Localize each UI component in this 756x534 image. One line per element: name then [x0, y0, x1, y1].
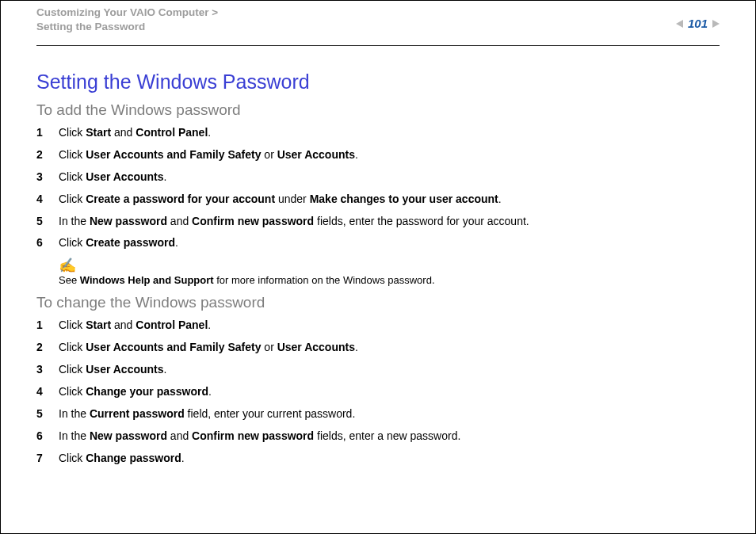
next-page-icon[interactable]: [712, 20, 720, 28]
step-text: Click Start and Control Panel.: [59, 318, 211, 333]
step-item: 4Click Change your password.: [36, 384, 720, 399]
step-text: In the Current password field, enter you…: [59, 406, 355, 421]
page-header: Customizing Your VAIO Computer > Setting…: [1, 1, 755, 51]
page-number: 101: [686, 17, 709, 30]
step-text: Click Change password.: [59, 451, 185, 466]
note-pre: See: [59, 274, 80, 286]
step-number: 6: [36, 235, 59, 250]
step-text: Click User Accounts.: [59, 170, 166, 185]
breadcrumb-line2: Setting the Password: [36, 21, 145, 32]
step-number: 2: [36, 147, 59, 162]
note-bold: Windows Help and Support: [80, 274, 214, 286]
note-block: ✍ See Windows Help and Support for more …: [59, 258, 720, 286]
page-number-nav: 101: [676, 17, 720, 30]
step-item: 1Click Start and Control Panel.: [36, 125, 720, 140]
breadcrumb: Customizing Your VAIO Computer > Setting…: [36, 6, 720, 34]
step-number: 3: [36, 170, 59, 185]
note-icon: ✍: [59, 258, 720, 273]
step-number: 5: [36, 214, 59, 229]
step-number: 4: [36, 384, 59, 399]
step-item: 4Click Create a password for your accoun…: [36, 192, 720, 207]
steps-list-add: 1Click Start and Control Panel.2Click Us…: [36, 125, 720, 250]
step-text: Click User Accounts and Family Safety or…: [59, 147, 358, 162]
step-text: Click Create password.: [59, 235, 178, 250]
prev-page-icon[interactable]: [676, 20, 683, 28]
step-item: 3Click User Accounts.: [36, 362, 720, 377]
page-title: Setting the Windows Password: [36, 71, 720, 93]
step-number: 3: [36, 362, 59, 377]
step-item: 2Click User Accounts and Family Safety o…: [36, 147, 720, 162]
header-rule: [36, 45, 720, 46]
section-heading-change: To change the Windows password: [36, 294, 720, 311]
step-text: Click Start and Control Panel.: [59, 125, 211, 140]
page-content: Setting the Windows Password To add the …: [1, 51, 755, 466]
document-page: Customizing Your VAIO Computer > Setting…: [0, 0, 756, 534]
step-item: 2Click User Accounts and Family Safety o…: [36, 340, 720, 355]
step-number: 5: [36, 406, 59, 421]
step-item: 5In the Current password field, enter yo…: [36, 406, 720, 421]
note-post: for more information on the Windows pass…: [214, 274, 435, 286]
steps-list-change: 1Click Start and Control Panel.2Click Us…: [36, 318, 720, 465]
step-number: 1: [36, 125, 59, 140]
step-number: 7: [36, 451, 59, 466]
step-text: Click User Accounts and Family Safety or…: [59, 340, 358, 355]
step-item: 5In the New password and Confirm new pas…: [36, 214, 720, 229]
step-item: 6In the New password and Confirm new pas…: [36, 429, 720, 444]
step-number: 6: [36, 429, 59, 444]
step-text: Click User Accounts.: [59, 362, 166, 377]
step-item: 7Click Change password.: [36, 451, 720, 466]
step-text: In the New password and Confirm new pass…: [59, 214, 529, 229]
step-text: Click Create a password for your account…: [59, 192, 502, 207]
step-text: Click Change your password.: [59, 384, 212, 399]
step-number: 2: [36, 340, 59, 355]
step-item: 1Click Start and Control Panel.: [36, 318, 720, 333]
step-text: In the New password and Confirm new pass…: [59, 429, 460, 444]
breadcrumb-line1: Customizing Your VAIO Computer >: [36, 6, 218, 18]
step-number: 1: [36, 318, 59, 333]
section-heading-add: To add the Windows password: [36, 101, 720, 119]
step-item: 3Click User Accounts.: [36, 170, 720, 185]
step-item: 6Click Create password.: [36, 235, 720, 250]
step-number: 4: [36, 192, 59, 207]
